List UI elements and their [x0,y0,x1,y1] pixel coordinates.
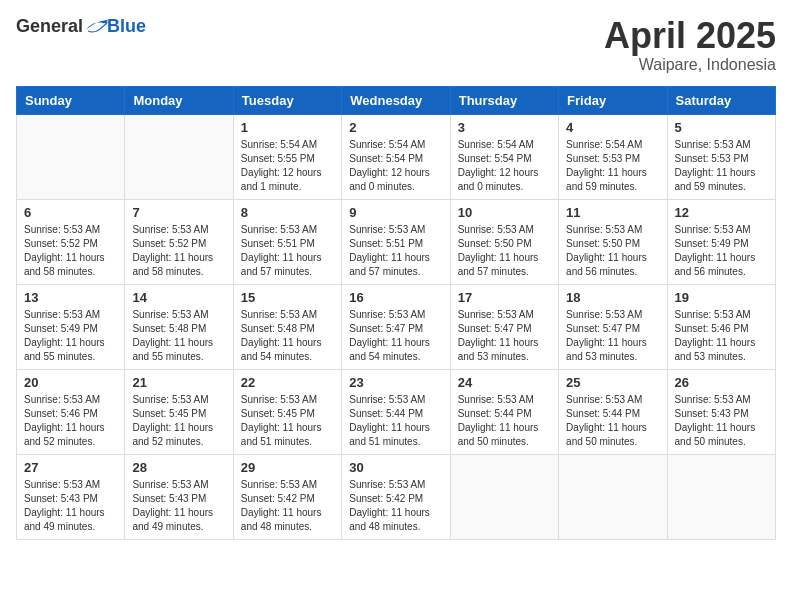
calendar-cell [17,114,125,199]
calendar-cell: 18Sunrise: 5:53 AM Sunset: 5:47 PM Dayli… [559,284,667,369]
day-header-wednesday: Wednesday [342,86,450,114]
calendar-cell: 16Sunrise: 5:53 AM Sunset: 5:47 PM Dayli… [342,284,450,369]
day-number: 29 [241,460,334,475]
calendar-cell: 13Sunrise: 5:53 AM Sunset: 5:49 PM Dayli… [17,284,125,369]
day-number: 1 [241,120,334,135]
calendar-cell: 6Sunrise: 5:53 AM Sunset: 5:52 PM Daylig… [17,199,125,284]
day-info: Sunrise: 5:53 AM Sunset: 5:47 PM Dayligh… [349,308,442,364]
day-header-tuesday: Tuesday [233,86,341,114]
day-info: Sunrise: 5:53 AM Sunset: 5:46 PM Dayligh… [675,308,768,364]
calendar-cell: 14Sunrise: 5:53 AM Sunset: 5:48 PM Dayli… [125,284,233,369]
day-info: Sunrise: 5:53 AM Sunset: 5:42 PM Dayligh… [241,478,334,534]
day-info: Sunrise: 5:53 AM Sunset: 5:43 PM Dayligh… [132,478,225,534]
day-info: Sunrise: 5:53 AM Sunset: 5:43 PM Dayligh… [675,393,768,449]
day-number: 7 [132,205,225,220]
calendar-cell: 9Sunrise: 5:53 AM Sunset: 5:51 PM Daylig… [342,199,450,284]
day-info: Sunrise: 5:53 AM Sunset: 5:52 PM Dayligh… [24,223,117,279]
day-info: Sunrise: 5:53 AM Sunset: 5:51 PM Dayligh… [241,223,334,279]
calendar-cell: 5Sunrise: 5:53 AM Sunset: 5:53 PM Daylig… [667,114,775,199]
day-info: Sunrise: 5:53 AM Sunset: 5:47 PM Dayligh… [566,308,659,364]
day-info: Sunrise: 5:53 AM Sunset: 5:50 PM Dayligh… [458,223,551,279]
location-title: Waipare, Indonesia [604,56,776,74]
logo-general: General [16,16,83,37]
calendar-cell: 11Sunrise: 5:53 AM Sunset: 5:50 PM Dayli… [559,199,667,284]
day-info: Sunrise: 5:53 AM Sunset: 5:45 PM Dayligh… [241,393,334,449]
day-info: Sunrise: 5:53 AM Sunset: 5:51 PM Dayligh… [349,223,442,279]
calendar-cell [667,454,775,539]
day-info: Sunrise: 5:53 AM Sunset: 5:44 PM Dayligh… [566,393,659,449]
day-header-sunday: Sunday [17,86,125,114]
day-number: 14 [132,290,225,305]
calendar-cell: 28Sunrise: 5:53 AM Sunset: 5:43 PM Dayli… [125,454,233,539]
header: General Blue April 2025 Waipare, Indones… [16,16,776,74]
day-number: 16 [349,290,442,305]
calendar-cell: 21Sunrise: 5:53 AM Sunset: 5:45 PM Dayli… [125,369,233,454]
calendar-cell: 1Sunrise: 5:54 AM Sunset: 5:55 PM Daylig… [233,114,341,199]
day-number: 26 [675,375,768,390]
day-info: Sunrise: 5:53 AM Sunset: 5:43 PM Dayligh… [24,478,117,534]
title-area: April 2025 Waipare, Indonesia [604,16,776,74]
day-header-saturday: Saturday [667,86,775,114]
day-info: Sunrise: 5:53 AM Sunset: 5:48 PM Dayligh… [241,308,334,364]
calendar-table: SundayMondayTuesdayWednesdayThursdayFrid… [16,86,776,540]
calendar-cell: 8Sunrise: 5:53 AM Sunset: 5:51 PM Daylig… [233,199,341,284]
calendar-header-row: SundayMondayTuesdayWednesdayThursdayFrid… [17,86,776,114]
calendar-cell: 25Sunrise: 5:53 AM Sunset: 5:44 PM Dayli… [559,369,667,454]
week-row-2: 6Sunrise: 5:53 AM Sunset: 5:52 PM Daylig… [17,199,776,284]
day-number: 25 [566,375,659,390]
day-number: 6 [24,205,117,220]
day-info: Sunrise: 5:54 AM Sunset: 5:55 PM Dayligh… [241,138,334,194]
day-number: 2 [349,120,442,135]
calendar-cell: 22Sunrise: 5:53 AM Sunset: 5:45 PM Dayli… [233,369,341,454]
calendar-cell: 24Sunrise: 5:53 AM Sunset: 5:44 PM Dayli… [450,369,558,454]
day-number: 5 [675,120,768,135]
day-info: Sunrise: 5:53 AM Sunset: 5:44 PM Dayligh… [458,393,551,449]
day-number: 22 [241,375,334,390]
day-number: 8 [241,205,334,220]
day-info: Sunrise: 5:54 AM Sunset: 5:54 PM Dayligh… [458,138,551,194]
day-number: 13 [24,290,117,305]
day-info: Sunrise: 5:53 AM Sunset: 5:48 PM Dayligh… [132,308,225,364]
week-row-5: 27Sunrise: 5:53 AM Sunset: 5:43 PM Dayli… [17,454,776,539]
day-number: 24 [458,375,551,390]
calendar-cell: 12Sunrise: 5:53 AM Sunset: 5:49 PM Dayli… [667,199,775,284]
day-number: 11 [566,205,659,220]
day-number: 23 [349,375,442,390]
calendar-cell [559,454,667,539]
day-header-monday: Monday [125,86,233,114]
week-row-3: 13Sunrise: 5:53 AM Sunset: 5:49 PM Dayli… [17,284,776,369]
logo: General Blue [16,16,146,37]
day-number: 21 [132,375,225,390]
day-info: Sunrise: 5:53 AM Sunset: 5:45 PM Dayligh… [132,393,225,449]
calendar-cell: 17Sunrise: 5:53 AM Sunset: 5:47 PM Dayli… [450,284,558,369]
calendar-cell: 30Sunrise: 5:53 AM Sunset: 5:42 PM Dayli… [342,454,450,539]
day-number: 27 [24,460,117,475]
week-row-4: 20Sunrise: 5:53 AM Sunset: 5:46 PM Dayli… [17,369,776,454]
day-number: 10 [458,205,551,220]
day-number: 28 [132,460,225,475]
week-row-1: 1Sunrise: 5:54 AM Sunset: 5:55 PM Daylig… [17,114,776,199]
calendar-cell [450,454,558,539]
day-number: 19 [675,290,768,305]
calendar-cell: 27Sunrise: 5:53 AM Sunset: 5:43 PM Dayli… [17,454,125,539]
calendar-cell: 10Sunrise: 5:53 AM Sunset: 5:50 PM Dayli… [450,199,558,284]
day-number: 3 [458,120,551,135]
calendar-cell: 26Sunrise: 5:53 AM Sunset: 5:43 PM Dayli… [667,369,775,454]
day-number: 30 [349,460,442,475]
day-number: 9 [349,205,442,220]
day-number: 17 [458,290,551,305]
day-number: 20 [24,375,117,390]
calendar-cell: 29Sunrise: 5:53 AM Sunset: 5:42 PM Dayli… [233,454,341,539]
calendar-cell: 4Sunrise: 5:54 AM Sunset: 5:53 PM Daylig… [559,114,667,199]
month-title: April 2025 [604,16,776,56]
day-info: Sunrise: 5:53 AM Sunset: 5:52 PM Dayligh… [132,223,225,279]
day-header-friday: Friday [559,86,667,114]
calendar-cell: 3Sunrise: 5:54 AM Sunset: 5:54 PM Daylig… [450,114,558,199]
day-info: Sunrise: 5:53 AM Sunset: 5:42 PM Dayligh… [349,478,442,534]
logo-bird-icon [85,17,109,37]
day-info: Sunrise: 5:53 AM Sunset: 5:44 PM Dayligh… [349,393,442,449]
calendar-cell: 20Sunrise: 5:53 AM Sunset: 5:46 PM Dayli… [17,369,125,454]
day-info: Sunrise: 5:54 AM Sunset: 5:54 PM Dayligh… [349,138,442,194]
calendar-cell: 2Sunrise: 5:54 AM Sunset: 5:54 PM Daylig… [342,114,450,199]
day-info: Sunrise: 5:53 AM Sunset: 5:53 PM Dayligh… [675,138,768,194]
